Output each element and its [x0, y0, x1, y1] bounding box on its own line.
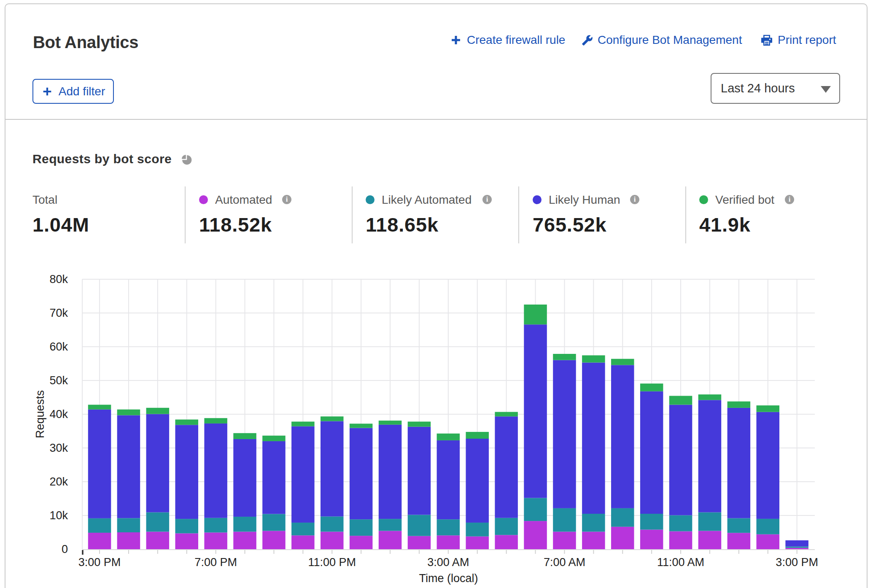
bar-segment-likely-automated[interactable] [669, 515, 692, 531]
bar-segment-automated[interactable] [582, 531, 605, 549]
bar-segment-automated[interactable] [117, 532, 140, 549]
bar-segment-likely-human[interactable] [262, 441, 286, 514]
bar-segment-likely-automated[interactable] [466, 523, 489, 537]
bar-segment-automated[interactable] [204, 532, 227, 549]
bar-segment-likely-automated[interactable] [728, 518, 751, 533]
bar-segment-verified-bot[interactable] [582, 355, 605, 362]
bar-segment-likely-automated[interactable] [408, 515, 431, 536]
bar-segment-automated[interactable] [408, 536, 431, 549]
bar-segment-automated[interactable] [175, 533, 199, 549]
bar-segment-verified-bot[interactable] [611, 359, 634, 365]
bar-segment-likely-automated[interactable] [379, 519, 402, 531]
bar-segment-automated[interactable] [321, 531, 344, 549]
bar-segment-likely-automated[interactable] [640, 514, 663, 530]
bar-segment-likely-human[interactable] [669, 405, 692, 515]
bar-segment-automated[interactable] [233, 531, 256, 549]
bar-segment-verified-bot[interactable] [291, 422, 315, 426]
bar-segment-verified-bot[interactable] [379, 421, 402, 425]
bar-segment-likely-automated[interactable] [611, 508, 634, 527]
bar-segment-automated[interactable] [291, 535, 315, 549]
bar-segment-likely-automated[interactable] [437, 519, 460, 535]
bar-segment-verified-bot[interactable] [466, 432, 489, 439]
bar-segment-verified-bot[interactable] [524, 305, 547, 324]
bar-segment-likely-human[interactable] [524, 324, 547, 498]
bar-segment-likely-automated[interactable] [146, 512, 170, 532]
bar-segment-likely-automated[interactable] [757, 519, 780, 534]
bar-segment-likely-human[interactable] [408, 427, 431, 515]
bar-segment-likely-human[interactable] [611, 365, 634, 508]
bar-segment-verified-bot[interactable] [640, 383, 663, 391]
bar-segment-likely-human[interactable] [437, 440, 460, 519]
bar-segment-verified-bot[interactable] [321, 416, 344, 421]
bar-segment-likely-automated[interactable] [321, 516, 344, 531]
bar-segment-verified-bot[interactable] [204, 418, 227, 423]
bar-segment-likely-human[interactable] [698, 400, 722, 512]
bar-segment-verified-bot[interactable] [88, 405, 111, 410]
bar-segment-verified-bot[interactable] [698, 394, 722, 400]
bar-segment-automated[interactable] [669, 531, 692, 549]
bar-segment-automated[interactable] [88, 533, 111, 549]
bar-segment-automated[interactable] [611, 527, 634, 549]
bar-segment-likely-human[interactable] [204, 423, 227, 518]
bar-segment-likely-human[interactable] [88, 410, 111, 518]
bar-segment-likely-automated[interactable] [262, 514, 286, 531]
bar-segment-likely-automated[interactable] [117, 518, 140, 532]
bar-segment-verified-bot[interactable] [757, 405, 780, 412]
bar-segment-likely-human[interactable] [233, 439, 256, 517]
bar-segment-verified-bot[interactable] [437, 434, 460, 440]
bar-segment-likely-automated[interactable] [88, 518, 111, 533]
bar-segment-likely-automated[interactable] [785, 547, 808, 548]
bar-segment-likely-automated[interactable] [350, 519, 373, 536]
bar-segment-likely-human[interactable] [466, 439, 489, 523]
bar-segment-likely-automated[interactable] [204, 518, 227, 533]
bar-segment-likely-human[interactable] [582, 363, 605, 514]
bar-segment-automated[interactable] [728, 533, 751, 549]
bar-segment-likely-human[interactable] [785, 540, 808, 547]
bar-segment-likely-human[interactable] [757, 412, 780, 519]
bar-segment-verified-bot[interactable] [233, 433, 256, 439]
y-tick-label: 20k [49, 475, 68, 488]
bar-segment-automated[interactable] [466, 537, 489, 549]
bar-segment-likely-human[interactable] [640, 391, 663, 514]
bar-segment-automated[interactable] [640, 530, 663, 549]
bar-segment-automated[interactable] [785, 548, 808, 549]
bar-segment-verified-bot[interactable] [408, 422, 431, 427]
bar-segment-verified-bot[interactable] [175, 420, 199, 425]
bar-segment-verified-bot[interactable] [495, 412, 518, 417]
bar-segment-likely-automated[interactable] [553, 508, 576, 532]
bar-segment-likely-automated[interactable] [495, 518, 518, 535]
bar-segment-likely-human[interactable] [553, 360, 576, 508]
bar-segment-likely-human[interactable] [175, 425, 199, 519]
bar-segment-likely-human[interactable] [379, 425, 402, 519]
bar-segment-likely-automated[interactable] [175, 519, 199, 533]
bar-segment-likely-human[interactable] [117, 415, 140, 518]
bar-segment-likely-human[interactable] [350, 428, 373, 520]
bar-segment-likely-human[interactable] [321, 421, 344, 516]
bar-segment-likely-automated[interactable] [524, 498, 547, 521]
bar-segment-likely-human[interactable] [495, 416, 518, 518]
bar-segment-automated[interactable] [495, 535, 518, 549]
bar-segment-verified-bot[interactable] [669, 396, 692, 405]
bar-segment-likely-human[interactable] [146, 414, 170, 512]
bar-segment-likely-automated[interactable] [233, 517, 256, 532]
bar-segment-automated[interactable] [379, 531, 402, 549]
bar-segment-likely-human[interactable] [291, 426, 315, 523]
bar-segment-automated[interactable] [553, 531, 576, 549]
bar-segment-automated[interactable] [757, 534, 780, 549]
bar-segment-verified-bot[interactable] [350, 423, 373, 428]
bar-segment-verified-bot[interactable] [728, 402, 751, 408]
bar-segment-verified-bot[interactable] [146, 408, 170, 414]
bar-segment-automated[interactable] [262, 531, 286, 549]
bar-segment-verified-bot[interactable] [553, 354, 576, 360]
bar-segment-automated[interactable] [146, 531, 170, 549]
bar-segment-automated[interactable] [524, 521, 547, 549]
bar-segment-likely-automated[interactable] [582, 514, 605, 531]
bar-segment-likely-human[interactable] [728, 408, 751, 518]
bar-segment-verified-bot[interactable] [262, 436, 286, 441]
bar-segment-verified-bot[interactable] [117, 410, 140, 415]
bar-segment-automated[interactable] [698, 531, 722, 549]
bar-segment-likely-automated[interactable] [698, 512, 722, 531]
bar-segment-likely-automated[interactable] [291, 523, 315, 535]
bar-segment-automated[interactable] [350, 536, 373, 549]
bar-segment-automated[interactable] [437, 535, 460, 549]
